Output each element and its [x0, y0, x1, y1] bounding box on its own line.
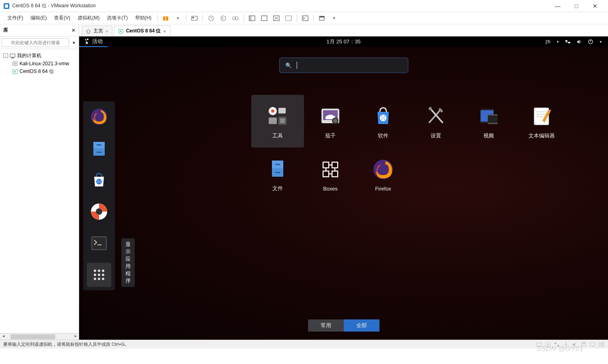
app-label: 视频 — [483, 132, 494, 139]
gnome-status-area[interactable]: zh ▼ ▼ — [545, 39, 608, 45]
tab-close-icon[interactable]: × — [163, 29, 166, 34]
dock-show-apps[interactable] — [87, 263, 111, 287]
svg-point-45 — [94, 270, 96, 272]
device-display-icon[interactable] — [589, 341, 596, 348]
language-dropdown-icon[interactable]: ▼ — [556, 40, 559, 44]
snapshot-manager-button[interactable] — [231, 14, 240, 23]
gnome-search-box[interactable]: 🔍 — [279, 58, 408, 73]
library-horizontal-scrollbar[interactable]: ◂ ▸ — [0, 333, 79, 340]
library-tree: − 我的计算机 Kali-Linux-2021.3-vmw CentOS 8 6… — [0, 49, 79, 333]
library-search-dropdown[interactable]: ▼ — [71, 41, 77, 45]
toggle-frequent[interactable]: 常用 — [308, 319, 344, 332]
dock-help[interactable] — [87, 199, 111, 224]
console-view-button[interactable] — [301, 14, 310, 23]
dock-files[interactable] — [87, 136, 111, 161]
separator — [297, 15, 297, 22]
menu-edit[interactable]: 编辑(E) — [27, 13, 50, 23]
svg-point-39 — [100, 182, 101, 183]
svg-rect-88 — [332, 162, 338, 168]
input-language-indicator[interactable]: zh — [545, 39, 550, 45]
vm-tabs: 主页 × CentOS 8 64 位 × — [79, 24, 608, 36]
svg-line-70 — [429, 109, 441, 122]
app-videos[interactable]: 视频 — [462, 95, 515, 148]
minimize-button[interactable]: — — [552, 2, 563, 10]
toggle-all[interactable]: 全部 — [344, 319, 379, 332]
library-close-button[interactable]: ✕ — [71, 28, 75, 33]
free-stretch-button[interactable] — [284, 14, 293, 23]
dock-firefox[interactable] — [87, 105, 111, 129]
scroll-right-arrow[interactable]: ▸ — [72, 334, 79, 340]
app-files[interactable]: 文件 — [251, 148, 304, 200]
volume-icon[interactable] — [576, 39, 582, 45]
send-ctrl-alt-del-button[interactable] — [190, 14, 199, 23]
menu-view[interactable]: 查看(V) — [51, 13, 73, 23]
scroll-thumb[interactable] — [11, 334, 55, 339]
tab-home[interactable]: 主页 × — [82, 26, 112, 36]
tree-item-centos[interactable]: CentOS 8 64 位 — [2, 67, 77, 76]
app-label: 文本编辑器 — [528, 132, 555, 139]
dock-terminal[interactable] — [87, 231, 111, 255]
menu-file[interactable]: 文件(F) — [4, 13, 26, 23]
menu-tabs[interactable]: 选项卡(T) — [103, 13, 131, 23]
svg-point-51 — [94, 278, 96, 280]
tab-centos[interactable]: CentOS 8 64 位 × — [114, 26, 170, 36]
app-cheese[interactable]: 茄子 — [304, 95, 357, 148]
svg-point-46 — [98, 270, 100, 272]
svg-point-53 — [102, 278, 104, 280]
vm-area: 主页 × CentOS 8 64 位 × 活动 1月 25 07：35 zh — [79, 24, 608, 340]
app-settings[interactable]: 设置 — [410, 95, 462, 148]
app-boxes[interactable]: Boxes — [304, 148, 357, 200]
file-cabinet-icon — [266, 157, 289, 180]
scroll-left-arrow[interactable]: ◂ — [0, 334, 6, 340]
close-button[interactable]: ✕ — [589, 2, 601, 10]
svg-rect-77 — [488, 114, 498, 116]
fullscreen-button[interactable] — [317, 14, 326, 23]
status-dropdown-icon[interactable]: ▼ — [599, 40, 602, 44]
svg-rect-86 — [275, 172, 280, 173]
fit-window-button[interactable] — [260, 14, 269, 23]
message-log-icon[interactable] — [598, 341, 605, 348]
app-label: 文件 — [272, 185, 283, 192]
pause-dropdown[interactable]: ▼ — [173, 14, 182, 23]
network-icon[interactable] — [565, 39, 571, 45]
tree-item-kali[interactable]: Kali-Linux-2021.3-vmw — [2, 60, 77, 67]
svg-point-55 — [271, 109, 274, 113]
menubar: 文件(F) 编辑(E) 查看(V) 虚拟机(M) 选项卡(T) 帮助(H) ▮▮… — [0, 12, 608, 24]
app-utilities[interactable]: 工具 — [251, 95, 304, 148]
app-label: 工具 — [272, 132, 283, 139]
menu-help[interactable]: 帮助(H) — [132, 13, 155, 23]
menu-vm[interactable]: 虚拟机(M) — [74, 13, 103, 23]
collapse-icon[interactable]: − — [3, 54, 8, 58]
app-text-editor[interactable]: 文本编辑器 — [515, 95, 568, 148]
svg-point-68 — [384, 119, 385, 120]
watermark: SSDN @GY01 — [537, 345, 584, 353]
snapshot-revert-button[interactable] — [219, 14, 228, 23]
fit-guest-button[interactable] — [248, 14, 257, 23]
svg-point-23 — [87, 39, 88, 40]
separator — [157, 15, 157, 22]
svg-rect-12 — [286, 16, 291, 21]
pause-button[interactable]: ▮▮ — [161, 14, 170, 23]
dock-software[interactable] — [87, 168, 111, 192]
stretch-guest-button[interactable] — [272, 14, 281, 23]
tab-close-icon[interactable]: × — [106, 29, 108, 34]
file-cabinet-icon — [89, 139, 109, 158]
datetime-label[interactable]: 1月 25 07：35 — [327, 38, 361, 45]
text-editor-icon — [530, 105, 553, 127]
snapshot-button[interactable] — [207, 14, 216, 23]
app-firefox[interactable]: Firefox — [357, 148, 410, 200]
gnome-dock: 显示应用程序 — [83, 101, 115, 290]
fullscreen-dropdown[interactable]: ▼ — [330, 14, 338, 23]
gnome-desktop[interactable]: 活动 1月 25 07：35 zh ▼ ▼ 🔍 — [79, 36, 608, 340]
power-icon[interactable] — [588, 39, 593, 45]
maximize-button[interactable]: □ — [571, 2, 582, 10]
tree-root-my-computer[interactable]: − 我的计算机 — [2, 51, 77, 60]
computer-icon — [10, 53, 15, 59]
library-search-input[interactable] — [2, 38, 69, 47]
app-software[interactable]: 软件 — [357, 95, 410, 148]
svg-point-67 — [382, 119, 382, 120]
library-header: 库 ✕ — [0, 24, 79, 36]
activities-button[interactable]: 活动 — [79, 36, 108, 47]
svg-point-42 — [96, 208, 102, 215]
firefox-icon — [372, 158, 395, 181]
